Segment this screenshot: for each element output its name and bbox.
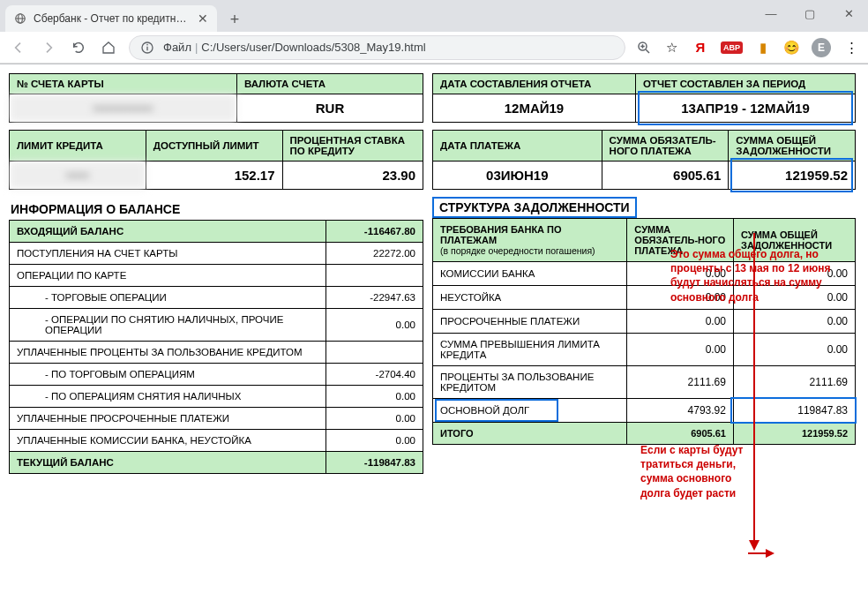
- bal-r5-label: УПЛАЧЕННЫЕ КОМИССИИ БАНКА, НЕУСТОЙКА: [10, 430, 326, 452]
- hdr-report-period: ОТЧЕТ СОСТАВЛЕН ЗА ПЕРИОД: [635, 74, 855, 94]
- hdr-min-payment: СУММА ОБЯЗАТЕЛЬ-НОГО ПЛАТЕЖА: [602, 131, 729, 162]
- debt-rt-l: ИТОГО: [433, 423, 627, 445]
- bal-out-val: -119847.83: [326, 452, 423, 474]
- table-account-currency: № СЧЕТА КАРТЫ ВАЛЮТА СЧЕТА •••••••••••••…: [9, 73, 423, 123]
- adblock-icon[interactable]: ABP: [721, 41, 743, 54]
- debt-r3-b: 0.00: [733, 310, 855, 334]
- debt-h3: СУММА ОБЩЕЙ ЗАДОЛЖЕННОСТИ: [733, 219, 855, 262]
- bal-r3b-val: 0.00: [326, 386, 423, 408]
- bal-r3b-label: - ПО ОПЕРАЦИЯМ СНЯТИЯ НАЛИЧНЫХ: [10, 386, 326, 408]
- debt-title: СТРУКТУРА ЗАДОЛЖЕННОСТИ: [432, 197, 637, 218]
- val-credit-limit: •••••: [10, 162, 146, 190]
- val-payment-date: 03ИЮН19: [433, 162, 602, 190]
- debt-r4-b: 0.00: [733, 334, 855, 366]
- window-minimize[interactable]: —: [752, 0, 790, 26]
- browser-menu-icon[interactable]: ⋮: [843, 40, 859, 56]
- hdr-payment-date: ДАТА ПЛАТЕЖА: [433, 131, 602, 162]
- val-currency: RUR: [236, 94, 423, 123]
- url-text: C:/Users/user/Downloads/5308_May19.html: [201, 41, 425, 54]
- debt-rt-a: 6905.61: [627, 423, 734, 445]
- bookmark-star-icon[interactable]: ☆: [664, 40, 680, 56]
- bal-r2-label: ОПЕРАЦИИ ПО КАРТЕ: [10, 265, 326, 287]
- debt-r2-a: 0.00: [627, 286, 734, 310]
- debt-rt-b: 121959.52: [733, 423, 855, 445]
- reload-icon: [71, 41, 86, 55]
- svg-line-7: [646, 49, 649, 53]
- info-icon: [140, 41, 154, 55]
- debt-r5-l: ПРОЦЕНТЫ ЗА ПОЛЬЗОВАНИЕ КРЕДИТОМ: [433, 366, 627, 399]
- profile-avatar[interactable]: E: [812, 38, 831, 57]
- val-report-date: 12МАЙ19: [433, 94, 636, 123]
- val-available-limit: 152.17: [146, 162, 282, 190]
- extension-icon-1[interactable]: ▮: [755, 40, 771, 56]
- balance-title: ИНФОРМАЦИЯ О БАЛАНСЕ: [9, 197, 423, 220]
- debt-r4-l: СУММА ПРЕВЫШЕНИЯ ЛИМИТА КРЕДИТА: [433, 334, 627, 366]
- address-bar[interactable]: Файл | C:/Users/user/Downloads/5308_May1…: [129, 35, 625, 60]
- window-maximize[interactable]: ▢: [790, 0, 829, 26]
- bal-r4-label: УПЛАЧЕННЫЕ ПРОСРОЧЕННЫЕ ПЛАТЕЖИ: [10, 408, 326, 430]
- debt-r3-l: ПРОСРОЧЕННЫЕ ПЛАТЕЖИ: [433, 310, 627, 334]
- table-report-dates: ДАТА СОСТАВЛЕНИЯ ОТЧЕТА ОТЧЕТ СОСТАВЛЕН …: [432, 73, 856, 123]
- val-interest-rate: 23.90: [282, 162, 423, 190]
- debt-r1-l: КОМИССИИ БАНКА: [433, 262, 627, 286]
- home-icon: [101, 41, 116, 55]
- bal-r1-label: ПОСТУПЛЕНИЯ НА СЧЕТ КАРТЫ: [10, 243, 326, 265]
- bal-r1-val: 22272.00: [326, 243, 423, 265]
- zoom-icon[interactable]: [636, 40, 652, 56]
- bal-r3-val: [326, 342, 423, 364]
- globe-icon: [14, 12, 26, 25]
- svg-marker-13: [766, 549, 774, 558]
- hdr-total-debt: СУММА ОБЩЕЙ ЗАДОЛЖЕННОСТИ: [729, 131, 856, 162]
- tab-title: Сбербанк - Отчет по кредитно…: [34, 12, 191, 25]
- debt-r5-b: 2111.69: [733, 366, 855, 399]
- home-button[interactable]: [99, 38, 118, 57]
- nav-back-button[interactable]: [9, 38, 28, 57]
- table-debt-structure: ТРЕБОВАНИЯ БАНКА ПО ПЛАТЕЖАМ (в порядке …: [432, 218, 856, 445]
- bal-in-val: -116467.80: [326, 221, 423, 243]
- bal-r2a-val: -22947.63: [326, 287, 423, 309]
- browser-tab[interactable]: Сбербанк - Отчет по кредитно… ✕: [5, 5, 217, 32]
- bal-r3-label: УПЛАЧЕННЫЕ ПРОЦЕНТЫ ЗА ПОЛЬЗОВАНИЕ КРЕДИ…: [10, 342, 326, 364]
- bal-r2a-label: - ТОРГОВЫЕ ОПЕРАЦИИ: [10, 287, 326, 309]
- debt-r6-l: ОСНОВНОЙ ДОЛГ: [433, 399, 627, 423]
- hdr-available-limit: ДОСТУПНЫЙ ЛИМИТ: [146, 131, 282, 162]
- bal-r2-val: [326, 265, 423, 287]
- file-label: Файл: [163, 41, 191, 54]
- bal-r3a-label: - ПО ТОРГОВЫМ ОПЕРАЦИЯМ: [10, 364, 326, 386]
- debt-r3-a: 0.00: [627, 310, 734, 334]
- bal-r5-val: 0.00: [326, 430, 423, 452]
- yandex-icon[interactable]: Я: [692, 40, 708, 56]
- bal-r3a-val: -2704.40: [326, 364, 423, 386]
- hdr-interest-rate: ПРОЦЕНТНАЯ СТАВКА ПО КРЕДИТУ: [282, 131, 423, 162]
- table-balance: ВХОДЯЩИЙ БАЛАНС-116467.80 ПОСТУПЛЕНИЯ НА…: [9, 220, 423, 474]
- table-payment-summary: ДАТА ПЛАТЕЖА СУММА ОБЯЗАТЕЛЬ-НОГО ПЛАТЕЖ…: [432, 130, 856, 190]
- svg-marker-11: [749, 540, 760, 551]
- val-card-number: •••••••••••••: [10, 94, 237, 123]
- val-total-debt: 121959.52: [729, 162, 856, 190]
- nav-forward-button[interactable]: [39, 38, 58, 57]
- extension-icon-2[interactable]: 😊: [783, 40, 799, 56]
- debt-r5-a: 2111.69: [627, 366, 734, 399]
- bal-r2b-label: - ОПЕРАЦИИ ПО СНЯТИЮ НАЛИЧНЫХ, ПРОЧИЕ ОП…: [10, 309, 326, 342]
- reload-button[interactable]: [69, 38, 88, 57]
- val-report-period: 13АПР19 - 12МАЙ19: [635, 94, 855, 123]
- bal-out-label: ТЕКУЩИЙ БАЛАНС: [10, 452, 326, 474]
- table-credit-limits: ЛИМИТ КРЕДИТА ДОСТУПНЫЙ ЛИМИТ ПРОЦЕНТНАЯ…: [9, 130, 423, 190]
- debt-r4-a: 0.00: [627, 334, 734, 366]
- svg-point-5: [146, 43, 148, 45]
- val-min-payment: 6905.61: [602, 162, 729, 190]
- debt-r2-l: НЕУСТОЙКА: [433, 286, 627, 310]
- debt-r1-b: 0.00: [733, 262, 855, 286]
- bal-r4-val: 0.00: [326, 408, 423, 430]
- new-tab-button[interactable]: +: [222, 7, 247, 32]
- debt-r2-b: 0.00: [733, 286, 855, 310]
- debt-r6-a: 4793.92: [627, 399, 734, 423]
- hdr-card-number: № СЧЕТА КАРТЫ: [10, 74, 237, 94]
- debt-r6-b: 119847.83: [733, 399, 855, 423]
- tab-close-icon[interactable]: ✕: [198, 11, 208, 26]
- bal-r2b-val: 0.00: [326, 309, 423, 342]
- debt-h1: ТРЕБОВАНИЯ БАНКА ПО ПЛАТЕЖАМ (в порядке …: [433, 219, 627, 262]
- hdr-report-date: ДАТА СОСТАВЛЕНИЯ ОТЧЕТА: [433, 74, 636, 94]
- debt-r1-a: 0.00: [627, 262, 734, 286]
- window-close[interactable]: ✕: [829, 0, 868, 26]
